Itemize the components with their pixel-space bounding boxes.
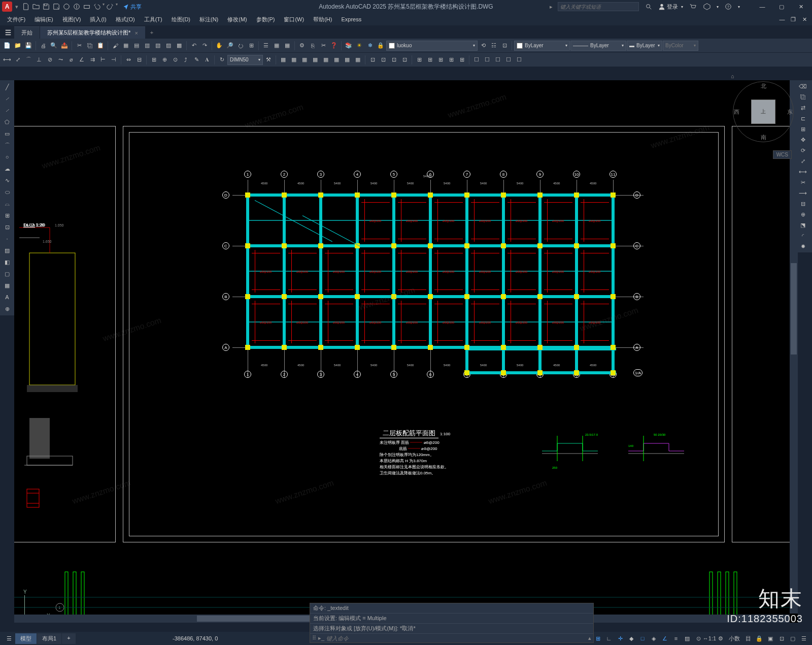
dim-ord-icon[interactable]: ⊥ bbox=[34, 55, 44, 65]
dim-break-icon[interactable]: ⊟ bbox=[134, 55, 144, 65]
menu-help[interactable]: 帮助(H) bbox=[309, 14, 336, 25]
tab-layout1[interactable]: 布局1 bbox=[37, 633, 61, 644]
dimtedit-icon[interactable]: 𝐀 bbox=[202, 55, 212, 65]
dim-base-icon[interactable]: ⊢ bbox=[98, 55, 108, 65]
insert-icon[interactable]: ⊞ bbox=[1, 210, 13, 221]
tb-qcalc-icon[interactable]: ▩ bbox=[174, 41, 184, 51]
tb-save-icon[interactable]: 💾 bbox=[23, 41, 33, 51]
st-lwt-icon[interactable]: ≡ bbox=[671, 633, 681, 643]
cmd-input[interactable] bbox=[326, 635, 586, 641]
menu-view[interactable]: 视图(V) bbox=[58, 14, 85, 25]
tb-clip-icon[interactable]: ✂ bbox=[318, 41, 328, 51]
st-lock-icon[interactable]: 🔒 bbox=[754, 633, 764, 643]
tb-cut-icon[interactable]: ✂ bbox=[74, 41, 84, 51]
dim-arc-icon[interactable]: ⌒ bbox=[23, 55, 33, 65]
layer-freeze-icon[interactable]: ❄ bbox=[365, 41, 375, 51]
layout-menu-icon[interactable]: ☰ bbox=[3, 632, 15, 644]
web-open-icon[interactable] bbox=[62, 2, 71, 11]
mtext-icon[interactable]: A bbox=[1, 292, 13, 303]
r19-icon[interactable]: ☐ bbox=[482, 55, 492, 65]
r16-icon[interactable]: ⊞ bbox=[446, 55, 456, 65]
r20-icon[interactable]: ☐ bbox=[493, 55, 503, 65]
color-dropdown[interactable]: ByLayer▾ bbox=[514, 41, 570, 51]
menu-format[interactable]: 格式(O) bbox=[112, 14, 139, 25]
pline-icon[interactable]: ⟋ bbox=[1, 105, 13, 116]
spline-icon[interactable]: ∿ bbox=[1, 175, 13, 186]
r9-icon[interactable]: ⊡ bbox=[367, 55, 378, 65]
st-clean-icon[interactable]: ▢ bbox=[788, 633, 798, 643]
maximize-button[interactable]: ▢ bbox=[772, 1, 791, 13]
layer-lock-icon[interactable]: 🔒 bbox=[376, 41, 386, 51]
arc-icon[interactable]: ⌒ bbox=[1, 140, 13, 151]
tb-ssm-icon[interactable]: ▧ bbox=[153, 41, 163, 51]
tb-pan-icon[interactable]: ✋ bbox=[214, 41, 224, 51]
command-line[interactable]: 命令: _textedit 当前设置: 编辑模式 = Multiple 选择注释… bbox=[310, 603, 594, 643]
tb-orbit-icon[interactable]: ⭮ bbox=[235, 41, 246, 51]
r10-icon[interactable]: ⊡ bbox=[378, 55, 388, 65]
r8-icon[interactable]: ▦ bbox=[353, 55, 363, 65]
st-cycle-icon[interactable]: ⊙ bbox=[693, 633, 703, 643]
r1-icon[interactable]: ▦ bbox=[278, 55, 288, 65]
tb-help-icon[interactable]: ❓ bbox=[329, 41, 339, 51]
dim-rad-icon[interactable]: ⊘ bbox=[45, 55, 55, 65]
layer-iso-icon[interactable]: ⊡ bbox=[499, 41, 510, 51]
st-decimal[interactable]: 小数 bbox=[727, 633, 742, 643]
dimedit-icon[interactable]: ✎ bbox=[191, 55, 201, 65]
search-icon[interactable] bbox=[644, 2, 653, 11]
save-icon[interactable] bbox=[42, 2, 51, 11]
r3-icon[interactable]: ▦ bbox=[299, 55, 310, 65]
share-button[interactable]: 共享 bbox=[123, 3, 142, 11]
cmd-recent-icon[interactable]: ▴ bbox=[588, 635, 591, 641]
dim-dia-icon[interactable]: ⌀ bbox=[66, 55, 76, 65]
trim-icon[interactable]: ✂ bbox=[798, 177, 808, 187]
tab-start[interactable]: 开始 bbox=[14, 26, 40, 39]
r6-icon[interactable]: ▦ bbox=[331, 55, 342, 65]
r12-icon[interactable]: ⊡ bbox=[399, 55, 410, 65]
st-hw-icon[interactable]: ⊡ bbox=[776, 633, 787, 643]
redo-icon[interactable] bbox=[106, 2, 115, 11]
dim-ang-icon[interactable]: ∠ bbox=[77, 55, 87, 65]
lineweight-dropdown[interactable]: ▬ByLayer▾ bbox=[627, 41, 662, 51]
layer-dropdown[interactable]: luokuo ▾ bbox=[386, 41, 478, 51]
r14-icon[interactable]: ⊞ bbox=[425, 55, 435, 65]
search-input[interactable] bbox=[560, 4, 636, 10]
line-icon[interactable]: ╱ bbox=[1, 81, 13, 92]
copy2-icon[interactable]: ⿻ bbox=[798, 92, 808, 102]
dimupdate-icon[interactable]: ↻ bbox=[217, 55, 227, 65]
saveas-icon[interactable] bbox=[52, 2, 61, 11]
cmd-handle-icon[interactable]: ⠿ bbox=[312, 635, 316, 641]
menu-express[interactable]: Express bbox=[337, 15, 365, 24]
dir-north[interactable]: 北 bbox=[761, 82, 766, 90]
tb-ws-icon[interactable]: ⚙ bbox=[297, 41, 307, 51]
mirror-icon[interactable]: ⇄ bbox=[798, 103, 808, 113]
r11-icon[interactable]: ⊡ bbox=[389, 55, 399, 65]
menu-tools[interactable]: 工具(T) bbox=[140, 14, 166, 25]
doc-restore-icon[interactable]: ❐ bbox=[789, 15, 798, 24]
app-menu-icon[interactable] bbox=[2, 26, 14, 39]
tab-modelspace[interactable]: 模型 bbox=[15, 633, 37, 644]
menu-window[interactable]: 窗口(W) bbox=[280, 14, 308, 25]
jogline-icon[interactable]: ⤴ bbox=[181, 55, 191, 65]
dimstyle-mgr-icon[interactable]: ⚒ bbox=[263, 55, 274, 65]
st-osnap-icon[interactable]: □ bbox=[637, 633, 648, 643]
st-ortho-icon[interactable]: ∟ bbox=[604, 633, 614, 643]
dir-west[interactable]: 西 bbox=[734, 108, 739, 116]
close-button[interactable]: ✕ bbox=[792, 1, 810, 13]
open-icon[interactable] bbox=[31, 2, 41, 11]
tb-publish-icon[interactable]: 📤 bbox=[59, 41, 70, 51]
tb-new-icon[interactable]: 📄 bbox=[2, 41, 12, 51]
layer-state-icon[interactable]: ☷ bbox=[489, 41, 499, 51]
tb-dc-icon[interactable]: ▤ bbox=[131, 41, 142, 51]
tb-redo-icon[interactable]: ↷ bbox=[199, 41, 210, 51]
tb-ref-icon[interactable]: ⎘ bbox=[308, 41, 318, 51]
tab-add-layout[interactable]: + bbox=[62, 633, 75, 644]
gradient-icon[interactable]: ◧ bbox=[1, 256, 13, 268]
center-icon[interactable]: ⊕ bbox=[159, 55, 170, 65]
addsel-icon[interactable]: ⊕ bbox=[1, 303, 13, 314]
table2-icon[interactable]: ▦ bbox=[1, 280, 13, 291]
st-qp-icon[interactable]: 目 bbox=[743, 633, 753, 643]
st-iso-icon[interactable]: ◆ bbox=[626, 633, 636, 643]
dim-lin-icon[interactable]: ⟷ bbox=[2, 55, 12, 65]
st-otrack-icon[interactable]: ∠ bbox=[660, 633, 670, 643]
help-icon[interactable]: ? bbox=[724, 2, 733, 11]
